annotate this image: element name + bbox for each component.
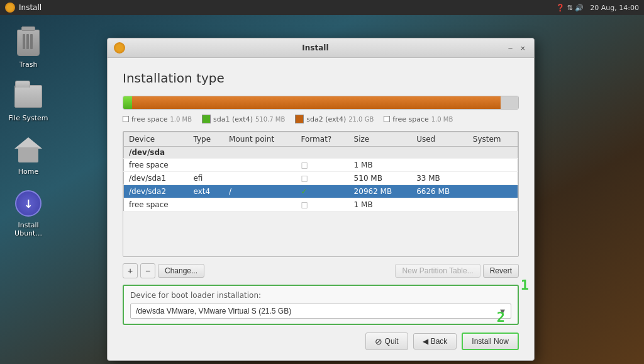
remove-partition-button[interactable]: − [140, 263, 155, 278]
table-row[interactable]: free space □ 1 MB [124, 159, 518, 172]
pbar-sda2 [132, 96, 501, 109]
install-dialog: Install − × Installation type free space [107, 38, 535, 361]
partition-table-wrapper: Device Type Mount point Format? Size Use… [123, 131, 519, 257]
legend-sda2: sda2 (ext4) 21.0 GB [295, 115, 374, 123]
row-format: □ [296, 198, 349, 212]
back-button[interactable]: ◀ Back [413, 333, 457, 350]
back-label: Back [431, 337, 448, 346]
row-used [411, 159, 468, 172]
taskbar-indicators: ❓ ⇅ 🔊 [556, 4, 584, 12]
partition-legend: free space 1.0 MB sda1 (ext4) 510.7 MB s… [123, 115, 519, 123]
sidebar-item-filesystem[interactable]: File System [3, 81, 53, 122]
trash-label: Trash [19, 60, 37, 69]
table-row[interactable]: /dev/sda1 efi □ 510 MB 33 MB [124, 172, 518, 185]
row-size: 1 MB [349, 159, 412, 172]
group-row-sda: /dev/sda [124, 147, 518, 159]
row-used: 33 MB [411, 172, 468, 185]
taskbar-time: 20 Aug, 14:00 [590, 4, 639, 12]
legend-color-sda1 [202, 115, 211, 123]
taskbar-left: Install [5, 3, 42, 13]
bootloader-select-wrapper: /dev/sda VMware, VMware Virtual S (21.5 … [130, 304, 511, 319]
legend-size-2: 1.0 MB [431, 116, 453, 123]
revert-button[interactable]: Revert [483, 264, 519, 278]
col-type: Type [188, 132, 224, 147]
row-size: 20962 MB [349, 185, 412, 198]
desktop: Trash File System Home Install Ubunt... [0, 15, 644, 364]
quit-label: Quit [385, 337, 399, 346]
taskbar-app-icon [5, 3, 15, 13]
row-used [411, 198, 468, 212]
col-system: System [468, 132, 518, 147]
col-format: Format? [296, 132, 349, 147]
bootloader-select[interactable]: /dev/sda VMware, VMware Virtual S (21.5 … [130, 304, 511, 319]
legend-sda1: sda1 (ext4) 510.7 MB [202, 115, 285, 123]
partition-bar [123, 96, 519, 110]
quit-button[interactable]: ⊘ Quit [365, 333, 408, 350]
legend-size-1: 1.0 MB [170, 116, 192, 123]
home-icon [13, 135, 43, 165]
sidebar-item-home[interactable]: Home [3, 135, 53, 176]
taskbar: Install ❓ ⇅ 🔊 20 Aug, 14:00 [0, 0, 644, 15]
quit-icon: ⊘ [375, 336, 382, 346]
badge-2: 2 [497, 309, 505, 325]
row-type [188, 159, 224, 172]
row-mount [224, 198, 296, 212]
row-size: 1 MB [349, 198, 412, 212]
legend-label-1: free space [131, 115, 167, 123]
table-row-selected[interactable]: /dev/sda2 ext4 / ✓ 20962 MB 6626 MB [124, 185, 518, 198]
row-type [188, 198, 224, 212]
minimize-button[interactable]: − [506, 44, 516, 52]
row-used: 6626 MB [411, 185, 468, 198]
legend-check-2 [384, 116, 390, 122]
taskbar-right: ❓ ⇅ 🔊 20 Aug, 14:00 [556, 4, 639, 12]
sidebar-item-install[interactable]: Install Ubunt... [3, 188, 53, 237]
add-partition-button[interactable]: + [123, 263, 138, 278]
row-system [468, 172, 518, 185]
legend-check-1 [123, 116, 129, 122]
legend-free-space-2: free space 1.0 MB [384, 115, 453, 123]
legend-size-sda2: 21.0 GB [348, 116, 374, 123]
legend-color-sda2 [295, 115, 304, 123]
row-type: efi [188, 172, 224, 185]
filesystem-label: File System [9, 114, 48, 122]
table-toolbar: + − Change... New Partition Table... Rev… [123, 263, 519, 278]
col-mount: Mount point [224, 132, 296, 147]
sidebar: Trash File System Home Install Ubunt... [0, 15, 57, 364]
legend-label-sda2: sda2 (ext4) [306, 115, 346, 123]
install-icon [13, 188, 43, 219]
legend-label-2: free space [392, 115, 428, 123]
col-size: Size [349, 132, 412, 147]
row-size: 510 MB [349, 172, 412, 185]
row-system [468, 198, 518, 212]
row-device: free space [124, 159, 189, 172]
change-partition-button[interactable]: Change... [158, 264, 204, 278]
sidebar-item-trash[interactable]: Trash [3, 28, 53, 69]
row-mount [224, 172, 296, 185]
new-partition-table-button[interactable]: New Partition Table... [395, 264, 480, 278]
back-icon: ◀ [423, 337, 428, 346]
pbar-sda1 [123, 96, 132, 109]
partition-table: Device Type Mount point Format? Size Use… [123, 132, 518, 212]
row-device: /dev/sda2 [124, 185, 189, 198]
taskbar-title: Install [19, 3, 42, 12]
row-system [468, 185, 518, 198]
row-device: /dev/sda1 [124, 172, 189, 185]
dialog-logo [114, 42, 125, 54]
bootloader-label: Device for boot loader installation: [130, 291, 511, 300]
home-label: Home [18, 168, 38, 176]
install-now-button[interactable]: Install Now [462, 333, 519, 350]
legend-label-sda1: sda1 (ext4) [213, 115, 253, 123]
install-label: Install Ubunt... [3, 221, 53, 237]
row-device: free space [124, 198, 189, 212]
close-button[interactable]: × [518, 44, 528, 52]
row-type: ext4 [188, 185, 224, 198]
col-used: Used [411, 132, 468, 147]
table-row[interactable]: free space □ 1 MB [124, 198, 518, 212]
install-now-label: Install Now [472, 337, 509, 346]
row-mount [224, 159, 296, 172]
legend-free-space-1: free space 1.0 MB [123, 115, 192, 123]
row-format: □ [296, 172, 349, 185]
legend-size-sda1: 510.7 MB [255, 116, 285, 123]
dialog-content: Installation type free space 1.0 MB sda1… [108, 58, 534, 360]
pbar-free-end [501, 96, 518, 109]
